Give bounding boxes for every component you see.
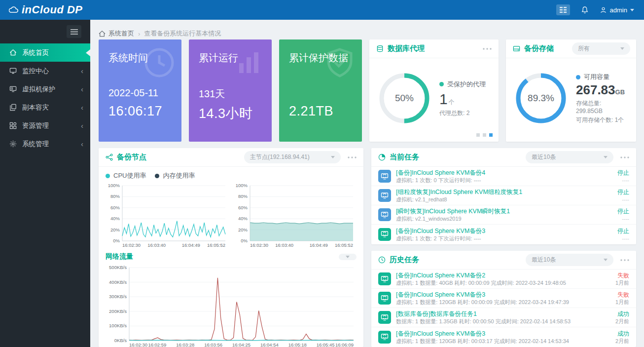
task-title-link[interactable]: [数据库备份]数据库备份任务1 (396, 310, 589, 318)
task-age: 2月前 (594, 338, 629, 345)
svg-text:500KB/s: 500KB/s (109, 265, 127, 270)
system-date: 2022-05-11 (108, 87, 173, 100)
carousel-pagination (476, 133, 493, 137)
history-task-row: [数据库备份]数据库备份任务1 数据库: 1 数据量: 1.35GB 耗时: 0… (371, 308, 636, 327)
task-stop-link[interactable]: 停止 (594, 188, 629, 196)
svg-text:200KB/s: 200KB/s (109, 308, 127, 314)
current-tasks-filter-dropdown[interactable]: 最近10条 (526, 151, 613, 163)
sidebar-item-vm-protection[interactable]: 虚拟机保护 ‹ (0, 80, 90, 98)
task-title-link[interactable]: [备份]InCloud Sphere KVM备份3 (396, 291, 589, 299)
app-logo-text: inCloud DP (22, 3, 83, 16)
svg-text:16:02:30: 16:02:30 (250, 242, 268, 248)
task-detail: 虚拟机: v2.1_windows2019 (396, 215, 589, 222)
history-clock-icon (378, 256, 386, 264)
sidebar-item-label: 副本容灾 (22, 103, 49, 112)
current-tasks-panel: 当前任务 最近10条 (371, 148, 636, 244)
task-title-link[interactable]: [备份]InCloud Sphere KVM备份2 (396, 271, 589, 279)
svg-text:20%: 20% (238, 227, 248, 232)
task-title-link[interactable]: [瞬时恢复]InCloud Sphere KVM瞬时恢复1 (396, 207, 589, 215)
pager-dot[interactable] (476, 133, 480, 137)
svg-text:16:02:59: 16:02:59 (148, 342, 166, 347)
node-share-icon (106, 154, 113, 161)
user-menu[interactable]: admin (600, 6, 634, 14)
svg-text:16:05:52: 16:05:52 (207, 242, 225, 248)
protected-agent-label: 受保护的代理 (447, 80, 486, 89)
svg-text:100KB/s: 100KB/s (109, 323, 127, 328)
task-stop-link[interactable]: 停止 (594, 169, 629, 177)
breadcrumb-home-link[interactable]: 系统首页 (108, 29, 134, 38)
task-title-link[interactable]: [备份]InCloud Sphere KVM备份4 (396, 169, 589, 177)
logo-cloud-icon (9, 6, 19, 13)
svg-text:16:03:28: 16:03:28 (176, 342, 194, 347)
sidebar-nav: 系统首页 监控中心 ‹ 虚拟机保护 ‹ 副本容灾 ‹ (0, 43, 90, 153)
storage-filter-dropdown[interactable]: 所有 (572, 42, 630, 55)
history-task-list: [备份]InCloud Sphere KVM备份2 虚拟机: 1 数据量: 40… (371, 270, 636, 347)
svg-text:40%: 40% (238, 216, 248, 221)
task-age: 2月前 (594, 318, 629, 325)
storage-total-label: 存储总量: 299.85GB (576, 99, 629, 115)
more-options-icon[interactable] (619, 258, 630, 262)
sidebar-item-home[interactable]: 系统首页 (0, 43, 90, 62)
history-tasks-panel: 历史任务 最近10条 (371, 251, 636, 347)
more-options-icon[interactable] (482, 47, 493, 51)
stat-card: 累计保护数据 2.21TB (279, 39, 362, 142)
svg-text:16:02:30: 16:02:30 (129, 342, 147, 347)
chevron-left-icon: ‹ (81, 140, 83, 148)
sidebar-collapse-button[interactable] (67, 25, 81, 38)
svg-text:60%: 60% (238, 205, 248, 210)
task-age: 1月前 (594, 299, 629, 306)
task-title-link[interactable]: [备份]InCloud Sphere KVM备份3 (396, 227, 589, 235)
history-task-row: [备份]InCloud Sphere KVM备份2 虚拟机: 1 数据量: 40… (371, 270, 636, 289)
storage-drive-icon (513, 45, 520, 52)
breadcrumb-current: 查看备份系统运行基本情况 (144, 29, 221, 38)
active-item-notch (86, 49, 90, 56)
node-selector-dropdown[interactable]: 主节点(192.168.94.41) (244, 151, 341, 163)
more-options-icon[interactable] (619, 155, 630, 159)
task-stop-link[interactable]: 停止 (594, 227, 629, 235)
db-agent-percent: 50% (377, 71, 431, 125)
current-task-row: [细粒度恢复]InCloud Sphere KVM细粒度恢复1 虚拟机: v2.… (371, 186, 636, 205)
notification-bell-icon[interactable] (581, 6, 589, 14)
breadcrumb-separator: › (138, 30, 140, 38)
task-stop-link[interactable]: 停止 (594, 207, 629, 215)
sidebar-item-monitor-center[interactable]: 监控中心 ‹ (0, 62, 90, 80)
chevron-down-icon (604, 156, 608, 158)
more-options-icon[interactable] (347, 155, 358, 159)
app-root: inCloud DP admin (0, 0, 644, 347)
svg-text:0%: 0% (113, 238, 120, 243)
chevron-down-icon (630, 9, 634, 11)
task-detail: 虚拟机: 1 次数: 0 下次运行时间: ---- (396, 177, 589, 184)
task-next-run: ---- (594, 177, 629, 184)
svg-text:80%: 80% (110, 193, 120, 199)
vm-backup-task-icon (378, 228, 391, 241)
panel-title: 历史任务 (390, 255, 419, 265)
sidebar-item-system-mgmt[interactable]: 系统管理 ‹ (0, 135, 90, 153)
svg-text:100%: 100% (108, 183, 120, 188)
backup-storage-panel: 备份存储 所有 (506, 39, 636, 142)
pager-dot[interactable] (483, 133, 486, 137)
cpu-usage-chart: 0%20%40%60%80%100%16:02:3016:03:4016:04:… (106, 182, 228, 249)
panel-title: 数据库代理 (388, 44, 425, 53)
svg-text:16:03:40: 16:03:40 (147, 242, 166, 248)
sidebar-item-resource-mgmt[interactable]: 资源管理 ‹ (0, 116, 90, 135)
sidebar-item-label: 系统管理 (22, 140, 49, 149)
chevron-down-icon (331, 156, 335, 158)
vm-backup-task-icon (378, 272, 391, 285)
clock-watermark-icon (143, 46, 176, 79)
svg-text:16:05:45: 16:05:45 (317, 342, 335, 347)
network-filter-dropdown[interactable] (339, 254, 357, 260)
task-title-link[interactable]: [备份]InCloud Sphere KVM备份3 (396, 330, 589, 338)
task-title-link[interactable]: [细粒度恢复]InCloud Sphere KVM细粒度恢复1 (396, 188, 589, 196)
history-tasks-filter-dropdown[interactable]: 最近10条 (526, 254, 613, 266)
current-task-list: [备份]InCloud Sphere KVM备份4 虚拟机: 1 次数: 0 下… (371, 167, 636, 244)
home-breadcrumb-icon (99, 31, 106, 37)
memory-usage-chart: 0%20%40%60%80%100%16:02:3016:03:4016:04:… (233, 182, 356, 249)
svg-text:16:05:52: 16:05:52 (335, 242, 353, 248)
sidebar-item-replica-dr[interactable]: 副本容灾 ‹ (0, 98, 90, 116)
apps-grid-icon[interactable] (556, 4, 570, 15)
pager-dot-active[interactable] (489, 133, 493, 137)
storage-percent: 89.3% (514, 71, 568, 125)
panel-title: 备份存储 (524, 44, 554, 53)
sidebar-item-label: 资源管理 (22, 121, 49, 130)
resource-grid-icon (9, 122, 17, 129)
